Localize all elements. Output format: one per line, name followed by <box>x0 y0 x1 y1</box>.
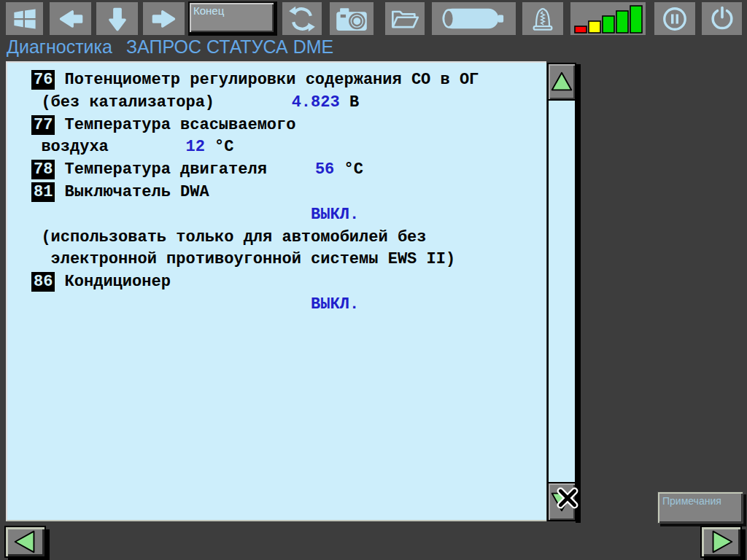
scrollbar-track[interactable] <box>547 101 576 482</box>
status-text: (использовать только для автомобилей без <box>22 228 427 246</box>
windows-icon <box>12 6 38 32</box>
x-cursor <box>557 487 578 512</box>
refresh-button[interactable] <box>282 2 322 35</box>
page-back-button[interactable] <box>4 526 46 558</box>
status-text <box>22 206 311 224</box>
status-number-badge: 81 <box>31 182 55 202</box>
folder-button[interactable] <box>385 2 425 35</box>
status-number-badge: 86 <box>31 272 55 292</box>
scrollbar-shadow <box>576 64 581 523</box>
down-button[interactable] <box>96 2 138 35</box>
status-text: °C <box>205 138 234 156</box>
triangle-right-icon <box>706 529 737 555</box>
pause-button[interactable] <box>654 2 695 35</box>
pause-icon <box>661 5 689 33</box>
folder-open-icon <box>390 7 419 31</box>
status-text: Температура двигателя <box>55 160 314 179</box>
scroll-up-button[interactable] <box>547 63 576 101</box>
triangle-up-icon <box>549 69 574 94</box>
status-text: электронной противоугонной системы EWS I… <box>22 250 455 268</box>
status-value: 12 <box>185 138 204 156</box>
header-section: Диагностика <box>7 36 112 58</box>
status-line: (использовать только для автомобилей без <box>22 227 546 249</box>
status-text: (без катализатора) <box>22 93 292 112</box>
status-number-badge: 78 <box>31 160 55 179</box>
status-number-badge: 77 <box>31 115 55 135</box>
power-button[interactable] <box>702 2 742 35</box>
arrow-left-icon <box>58 6 84 32</box>
status-text: °C <box>334 160 363 179</box>
status-text: В <box>340 93 359 112</box>
page-title: ЗАПРОС СТАТУСА DME <box>126 36 333 58</box>
status-panel: 76 Потенциометр регулировки содержания C… <box>6 61 546 521</box>
back-button[interactable] <box>50 2 91 35</box>
cylinder-button[interactable] <box>432 2 516 35</box>
windows-button[interactable] <box>6 2 43 35</box>
status-value: ВЫКЛ. <box>311 295 359 314</box>
end-button[interactable]: Конец <box>188 1 277 36</box>
arrow-right-icon <box>151 6 177 32</box>
status-text: воздуха <box>22 138 185 156</box>
status-value: 56 <box>315 160 334 179</box>
breadcrumb: Диагностика ЗАПРОС СТАТУСА DME <box>7 36 333 58</box>
status-line: (без катализатора) 4.823 В <box>22 92 546 114</box>
camera-icon <box>336 5 368 33</box>
status-text: Выключатель DWA <box>55 183 209 201</box>
page-forward-button[interactable] <box>700 526 742 558</box>
cylinder-icon <box>436 4 512 34</box>
status-line: 86 Кондиционер <box>22 271 546 294</box>
status-line: ВЫКЛ. <box>22 294 546 316</box>
status-line: 78 Температура двигателя 56 °C <box>22 159 546 182</box>
notes-button[interactable]: Примечания <box>657 491 743 524</box>
status-text: Кондиционер <box>55 273 170 291</box>
status-line: электронной противоугонной системы EWS I… <box>22 249 546 271</box>
refresh-icon <box>288 5 316 33</box>
triangle-left-icon <box>10 529 41 555</box>
camera-button[interactable] <box>330 2 374 35</box>
status-value: ВЫКЛ. <box>311 206 359 224</box>
signal-bars-button[interactable] <box>570 2 646 35</box>
dome-coil-icon <box>530 4 556 34</box>
end-button-label: Конец <box>193 4 224 17</box>
status-text: Потенциометр регулировки содержания CO в… <box>55 71 479 89</box>
status-number-badge: 76 <box>31 70 55 90</box>
status-line: ВЫКЛ. <box>22 204 546 227</box>
notes-button-label: Примечания <box>662 495 721 507</box>
signal-bars-icon <box>572 4 645 34</box>
status-lines: 76 Потенциометр регулировки содержания C… <box>7 63 546 316</box>
status-value: 4.823 <box>292 93 340 112</box>
status-text: Температура всасываемого <box>55 116 295 134</box>
power-icon <box>708 5 736 33</box>
status-line: 77 Температура всасываемого <box>22 114 546 137</box>
status-text <box>22 295 311 314</box>
arrow-down-icon <box>104 6 131 32</box>
dome-button[interactable] <box>522 2 563 35</box>
status-line: воздуха 12 °C <box>22 136 546 159</box>
status-line: 81 Выключатель DWA <box>22 182 546 204</box>
status-line: 76 Потенциометр регулировки содержания C… <box>22 69 546 92</box>
forward-button[interactable] <box>143 2 185 35</box>
